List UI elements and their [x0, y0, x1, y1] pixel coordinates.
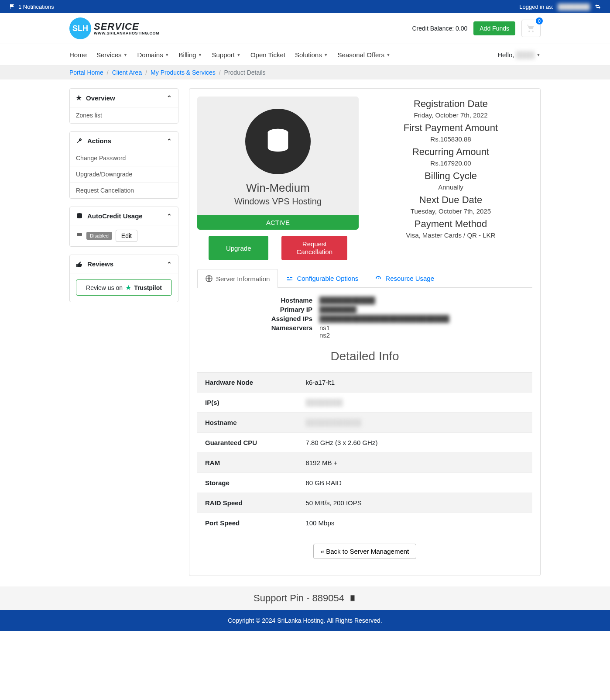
method-label: Payment Method	[369, 218, 532, 230]
breadcrumb-current: Product Details	[224, 69, 266, 76]
nameservers-label: Nameservers	[197, 324, 319, 339]
chevron-up-icon: ⌃	[167, 213, 172, 220]
cart-count: 0	[536, 17, 543, 24]
logo-badge: SLH	[69, 17, 91, 39]
panel-autocredit-header[interactable]: AutoCredit Usage ⌃	[70, 207, 178, 225]
panel-reviews: Reviews ⌃ Review us on ★ Trustpilot	[69, 255, 178, 302]
panel-overview-header[interactable]: ★Overview ⌃	[70, 89, 178, 107]
panel-reviews-header[interactable]: Reviews ⌃	[70, 255, 178, 273]
trustpilot-button[interactable]: Review us on ★ Trustpilot	[76, 279, 172, 296]
table-row: Port Speed100 Mbps	[197, 513, 532, 533]
nav-domains[interactable]: Domains▼	[137, 51, 169, 59]
caret-icon: ▼	[324, 52, 328, 57]
table-row: IP(s)████████	[197, 393, 532, 413]
breadcrumb-products[interactable]: My Products & Services	[151, 69, 216, 76]
sidebar-zones-list[interactable]: Zones list	[70, 107, 178, 123]
table-row: Hardware Nodek6-a17-lt1	[197, 372, 532, 393]
database-large-icon	[245, 109, 311, 174]
recurring: Rs.167920.00	[369, 159, 532, 167]
panel-autocredit: AutoCredit Usage ⌃ Disabled Edit	[69, 207, 178, 247]
tab-configurable[interactable]: Configurable Options	[278, 269, 367, 287]
detailed-info-title: Detailed Info	[197, 349, 532, 363]
tabs: Server Information Configurable Options …	[197, 269, 532, 288]
caret-icon: ▼	[123, 52, 128, 57]
logo-sub: WWW.SRILANKAHOSTING.COM	[94, 31, 159, 35]
nav-seasonal[interactable]: Seasonal Offers▼	[338, 51, 391, 59]
logo-service: SERVICE	[94, 22, 159, 31]
upgrade-button[interactable]: Upgrade	[209, 236, 269, 260]
assigned-ips-value: ████████████████████████████	[319, 315, 532, 322]
notifications-text: 1 Notifications	[18, 3, 54, 10]
reg-date-label: Registration Date	[369, 98, 532, 110]
header: SLH SERVICE WWW.SRILANKAHOSTING.COM Cred…	[61, 13, 549, 44]
footer: Copyright © 2024 SriLanka Hosting. All R…	[0, 610, 610, 631]
due: Tuesday, October 7th, 2025	[369, 207, 532, 215]
panel-actions: Actions ⌃ Change Password Upgrade/Downgr…	[69, 131, 178, 199]
nameservers-value: ns1 ns2	[319, 324, 532, 339]
first-pay: Rs.105830.88	[369, 135, 532, 143]
caret-icon: ▼	[536, 52, 541, 57]
autocredit-status: Disabled	[86, 232, 112, 240]
chevron-up-icon: ⌃	[167, 261, 172, 268]
request-cancellation-button[interactable]: RequestCancellation	[281, 236, 347, 260]
caret-icon: ▼	[165, 52, 169, 57]
cart-icon	[527, 24, 535, 33]
recurring-label: Recurring Amount	[369, 146, 532, 158]
method: Visa, Master Cards / QR - LKR	[369, 231, 532, 239]
table-row: Guaranteed CPU7.80 GHz (3 x 2.60 GHz)	[197, 433, 532, 453]
primary-ip-value: ████████	[319, 306, 532, 313]
add-funds-button[interactable]: Add Funds	[473, 21, 515, 35]
product-category: Windows VPS Hosting	[206, 197, 350, 207]
breadcrumb: Portal Home / Client Area / My Products …	[0, 66, 610, 79]
tab-server-info[interactable]: Server Information	[197, 269, 278, 288]
server-info-grid: Hostname ████████████ Primary IP ███████…	[197, 297, 532, 339]
autocredit-edit-button[interactable]: Edit	[116, 230, 137, 242]
sidebar-request-cancellation[interactable]: Request Cancellation	[70, 183, 178, 198]
back-button[interactable]: « Back to Server Management	[313, 544, 417, 559]
cart-button[interactable]: 0	[521, 20, 541, 37]
hostname-value: ████████████	[319, 297, 532, 304]
due-label: Next Due Date	[369, 194, 532, 206]
user-menu[interactable]: Hello, ████ ▼	[497, 51, 541, 59]
cycle: Annually	[369, 183, 532, 191]
notifications-link[interactable]: 1 Notifications	[9, 3, 54, 10]
primary-ip-label: Primary IP	[197, 306, 319, 313]
sidebar-change-password[interactable]: Change Password	[70, 150, 178, 166]
product-status: ACTIVE	[197, 215, 359, 230]
copy-icon[interactable]	[349, 594, 356, 602]
panel-actions-header[interactable]: Actions ⌃	[70, 132, 178, 150]
nav-billing[interactable]: Billing▼	[179, 51, 202, 59]
swap-icon[interactable]	[594, 3, 601, 10]
flag-icon	[9, 3, 16, 10]
thumbs-up-icon	[76, 261, 83, 268]
top-bar: 1 Notifications Logged in as: ████████	[0, 0, 610, 13]
gauge-icon	[375, 275, 382, 282]
sliders-icon	[286, 275, 293, 282]
detail-table: Hardware Nodek6-a17-lt1IP(s)████████Host…	[197, 372, 532, 533]
table-row: Hostname████████████	[197, 413, 532, 433]
panel-overview: ★Overview ⌃ Zones list	[69, 88, 178, 124]
billing-details: Registration Date Friday, October 7th, 2…	[369, 97, 532, 260]
nav-open-ticket[interactable]: Open Ticket	[250, 51, 285, 59]
star-icon: ★	[76, 94, 82, 102]
tab-resource[interactable]: Resource Usage	[367, 269, 442, 287]
table-row: RAID Speed50 MB/s, 200 IOPS	[197, 493, 532, 513]
hostname-label: Hostname	[197, 297, 319, 304]
breadcrumb-client-area[interactable]: Client Area	[112, 69, 142, 76]
breadcrumb-portal-home[interactable]: Portal Home	[69, 69, 103, 76]
assigned-ips-label: Assigned IPs	[197, 315, 319, 322]
nav-home[interactable]: Home	[69, 51, 87, 59]
logo[interactable]: SLH SERVICE WWW.SRILANKAHOSTING.COM	[69, 17, 159, 39]
first-pay-label: First Payment Amount	[369, 122, 532, 134]
sidebar-upgrade-downgrade[interactable]: Upgrade/Downgrade	[70, 166, 178, 183]
star-icon: ★	[125, 283, 131, 292]
wrench-icon	[76, 138, 83, 145]
main-nav: Home Services▼ Domains▼ Billing▼ Support…	[0, 44, 610, 66]
nav-support[interactable]: Support▼	[212, 51, 240, 59]
logged-in-user: ████████	[558, 3, 590, 10]
table-row: RAM8192 MB +	[197, 453, 532, 473]
nav-services[interactable]: Services▼	[96, 51, 127, 59]
logged-in-label: Logged in as:	[519, 3, 553, 10]
chevron-up-icon: ⌃	[167, 94, 172, 101]
nav-solutions[interactable]: Solutions▼	[295, 51, 328, 59]
